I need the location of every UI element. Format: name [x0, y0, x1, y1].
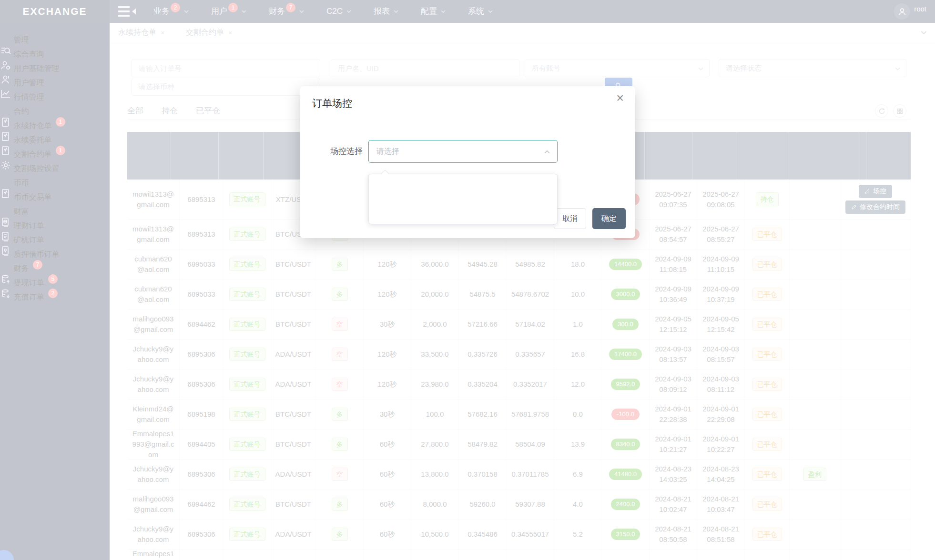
- control-select-dropdown: [368, 174, 558, 224]
- modal-overlay: [0, 0, 935, 560]
- control-select-placeholder: 请选择: [376, 140, 399, 162]
- close-icon[interactable]: ×: [616, 92, 624, 105]
- modal-title: 订单场控: [312, 97, 352, 110]
- control-select[interactable]: 请选择: [368, 140, 558, 163]
- dropdown-option[interactable]: [369, 177, 557, 199]
- control-select-label: 场控选择: [300, 140, 363, 163]
- app-root: EXCHANGE 业务 2 用户 1 财务 7 C2C: [0, 0, 935, 560]
- chevron-up-icon: [544, 149, 550, 155]
- dropdown-notch: [381, 170, 389, 178]
- cancel-button[interactable]: 取消: [554, 208, 586, 229]
- order-control-modal: 订单场控 × 场控选择 请选择 取消 确定: [300, 86, 635, 238]
- dropdown-option[interactable]: [369, 199, 557, 221]
- confirm-button[interactable]: 确定: [592, 208, 626, 229]
